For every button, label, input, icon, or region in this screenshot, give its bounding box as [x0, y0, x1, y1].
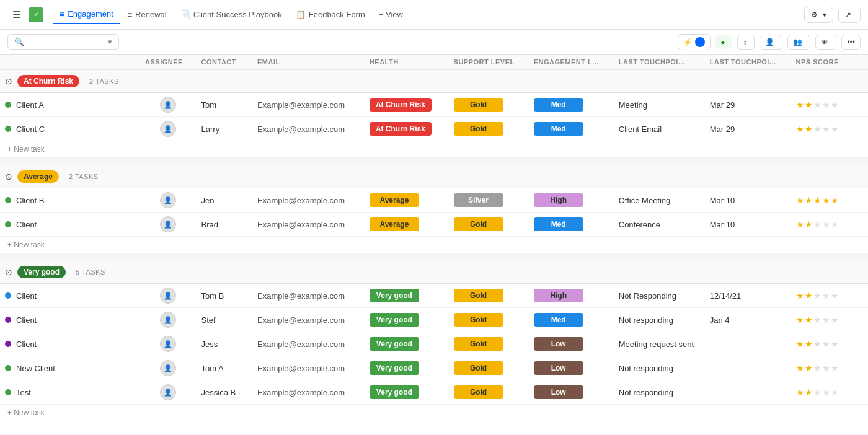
- star-filled: ★: [813, 195, 822, 205]
- engagement-pill: Low: [534, 385, 583, 399]
- more-options-button[interactable]: •••: [841, 35, 861, 50]
- contact-name: Tom: [202, 100, 217, 110]
- task-name-cell[interactable]: Client: [0, 284, 140, 308]
- nav-tab-renewal[interactable]: ≡Renewal: [121, 6, 173, 24]
- new-task-button[interactable]: + New task: [0, 237, 868, 253]
- engagement-pill: Med: [534, 122, 583, 136]
- email-value: Example@example.com: [257, 364, 345, 373]
- engagement-pill: Med: [534, 98, 583, 112]
- health-pill: Very good: [370, 385, 419, 399]
- task-dot: [5, 221, 11, 227]
- contact-cell: Tom A: [197, 356, 252, 380]
- email-cell: Example@example.com: [252, 284, 365, 308]
- avatar: 👤: [160, 360, 176, 376]
- column-header-row: ASSIGNEECONTACTEMAILHEALTHSUPPORT LEVELE…: [0, 55, 868, 70]
- support-pill: Gold: [454, 122, 503, 136]
- star-filled: ★: [805, 363, 813, 373]
- task-name-cell[interactable]: Client B: [0, 188, 140, 213]
- new-task-button[interactable]: + New task: [0, 405, 868, 421]
- nav-tab-engagement[interactable]: ≡Engagement: [53, 6, 120, 24]
- assignee-cell[interactable]: 👤: [140, 93, 196, 117]
- feedback-icon: 📋: [296, 10, 306, 19]
- support-pill: Gold: [454, 337, 503, 351]
- support-pill: Gold: [454, 361, 503, 375]
- nav-tab-view[interactable]: + View: [373, 6, 409, 23]
- toolbar-right: ⚡ ● ↕ 👤 👥 👁 •••: [678, 34, 861, 50]
- engagement-cell: High: [529, 188, 614, 213]
- share-icon: ↗: [845, 11, 851, 19]
- people-icon: 👥: [793, 38, 802, 46]
- stars: ★★★★★: [796, 100, 863, 110]
- automate-icon: ⚙: [811, 11, 818, 19]
- assignee-cell[interactable]: 👤: [140, 356, 196, 380]
- stars: ★★★★★: [796, 339, 863, 349]
- avatar: 👤: [160, 216, 176, 232]
- nps-score-cell: ★★★★★: [791, 308, 868, 332]
- section-count-churn: 2 TASKS: [89, 77, 119, 85]
- star-filled: ★: [822, 195, 830, 205]
- hamburger-icon[interactable]: ☰: [7, 6, 26, 23]
- assignee-cell[interactable]: 👤: [140, 380, 196, 405]
- section-toggle-icon[interactable]: ⊙: [5, 76, 12, 86]
- filter-button[interactable]: ⚡: [678, 34, 711, 50]
- task-name-cell[interactable]: Client: [0, 213, 140, 237]
- last-touchpoint-2-cell: Mar 10: [705, 188, 791, 213]
- new-task-row-churn: + New task: [0, 141, 868, 158]
- assignee-cell[interactable]: 👤: [140, 213, 196, 237]
- table-row: Client👤Tom BExample@example.comVery good…: [0, 284, 868, 308]
- nav-tab-feedback[interactable]: 📋Feedback Form: [290, 6, 371, 23]
- toolbar: 🔍 ▾ ⚡ ● ↕ 👤 👥 👁 •••: [0, 30, 868, 55]
- search-box[interactable]: 🔍 ▾: [7, 34, 119, 50]
- star-empty: ★: [822, 387, 830, 397]
- share-button[interactable]: ↗: [838, 7, 861, 23]
- section-toggle-icon[interactable]: ⊙: [5, 172, 12, 182]
- assignee-cell[interactable]: 👤: [140, 308, 196, 332]
- subtasks-button[interactable]: ↕: [737, 35, 755, 50]
- last-touchpoint-1-cell: Conference: [614, 213, 705, 237]
- engagement-pill: Low: [534, 337, 583, 351]
- avatar: 👤: [160, 312, 176, 328]
- touchpoint-2-value: Mar 29: [710, 125, 735, 134]
- eye-icon: 👁: [821, 38, 828, 46]
- touchpoint-1-value: Client Email: [619, 125, 662, 134]
- assignee-cell[interactable]: 👤: [140, 332, 196, 356]
- last-touchpoint-1-cell: Client Email: [614, 117, 705, 141]
- task-name-cell[interactable]: Client: [0, 332, 140, 356]
- engagement-cell: Low: [529, 332, 614, 356]
- nav-tab-playbook[interactable]: 📄Client Success Playbook: [174, 6, 288, 23]
- table-row: Client👤StefExample@example.comVery goodG…: [0, 308, 868, 332]
- support-cell: Gold: [449, 308, 529, 332]
- me-button[interactable]: 👤: [760, 35, 782, 50]
- engagement-pill: High: [534, 193, 583, 207]
- task-name-cell[interactable]: Test: [0, 380, 140, 405]
- task-name-cell[interactable]: Client: [0, 308, 140, 332]
- group-by-button[interactable]: ●: [715, 35, 732, 49]
- star-filled: ★: [805, 315, 813, 325]
- new-task-button[interactable]: + New task: [0, 141, 868, 158]
- filter-count: [695, 37, 705, 47]
- col-header-touch1: LAST TOUCHPOI...: [614, 55, 705, 70]
- avatar: 👤: [160, 192, 176, 208]
- section-toggle-icon[interactable]: ⊙: [5, 267, 12, 277]
- task-name-cell[interactable]: Client A: [0, 93, 140, 117]
- star-filled: ★: [796, 195, 804, 205]
- table-row: Client👤JessExample@example.comVery goodG…: [0, 332, 868, 356]
- support-pill: Gold: [454, 98, 503, 112]
- health-cell: Average: [365, 213, 449, 237]
- assignee-cell[interactable]: 👤: [140, 284, 196, 308]
- task-name: Test: [16, 388, 31, 397]
- contact-name: Tom B: [202, 291, 224, 301]
- task-name-cell[interactable]: New Client: [0, 356, 140, 380]
- health-cell: Very good: [365, 284, 449, 308]
- show-button[interactable]: 👁: [815, 35, 836, 50]
- star-empty: ★: [822, 363, 830, 373]
- assignees-button[interactable]: 👥: [787, 35, 810, 50]
- automate-button[interactable]: ⚙ ▾: [804, 7, 833, 23]
- engagement-pill: Med: [534, 313, 583, 327]
- task-name-cell[interactable]: Client C: [0, 117, 140, 141]
- star-empty: ★: [831, 124, 839, 134]
- health-pill: Very good: [370, 289, 419, 302]
- assignee-cell[interactable]: 👤: [140, 188, 196, 213]
- assignee-cell[interactable]: 👤: [140, 117, 196, 141]
- last-touchpoint-2-cell: –: [705, 380, 791, 405]
